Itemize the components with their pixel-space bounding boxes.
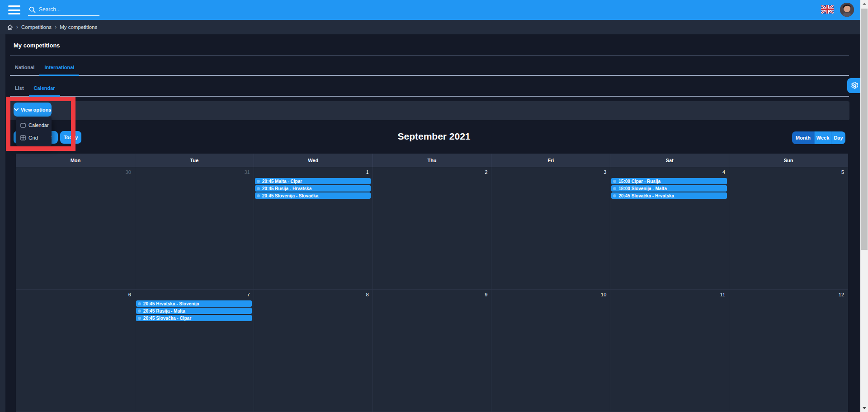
event-label: 20:45 Slovačka - Hrvatska [618,193,674,198]
menu-item-grid[interactable]: Grid [16,131,52,144]
day-cell[interactable]: 6 [16,290,135,412]
date-number: 11 [720,292,725,297]
scrollbar-thumb[interactable] [861,9,868,250]
day-header-fri: Fri [491,154,610,167]
date-number: 30 [126,169,131,175]
day-cell[interactable]: 5 [729,167,848,289]
date-number: 8 [366,292,368,297]
day-cell[interactable]: 31 [135,167,254,289]
app-window: › Competitions › My competitions My comp… [0,0,868,412]
home-icon[interactable] [7,24,13,30]
day-cell[interactable]: 120:45 Malta - Cipar20:45 Rusija - Hrvat… [254,167,373,289]
date-number: 3 [604,169,606,175]
search-input[interactable] [39,6,93,13]
event-chip[interactable]: 20:45 Hrvatska - Slovenija [136,300,252,307]
scrollbar-up-arrow[interactable] [860,0,868,8]
view-options-dropdown: Calendar Grid [16,117,52,146]
event-label: 18:00 Slovenija - Malta [618,186,667,191]
date-number: 10 [601,292,606,297]
event-dot [257,187,260,190]
date-number: 12 [839,292,844,297]
menu-item-label: Grid [28,135,38,140]
date-number: 1 [366,169,368,175]
chevron-down-icon [14,108,19,111]
tabs-view-mode: List Calendar [10,81,849,97]
day-cell[interactable]: 12 [729,290,848,412]
vertical-scrollbar[interactable] [860,0,868,412]
event-chip[interactable]: 15:00 Cipar - Rusija [611,178,727,184]
day-cell[interactable]: 2 [373,167,492,289]
date-number: 6 [128,292,131,297]
day-cell[interactable]: 11 [610,290,729,412]
user-avatar[interactable] [840,3,854,17]
day-cell[interactable]: 10 [491,290,610,412]
day-cell[interactable]: 8 [254,290,373,412]
event-chip[interactable]: 20:45 Rusija - Hrvatska [255,185,371,192]
tab-calendar[interactable]: Calendar [29,81,60,96]
event-chip[interactable]: 20:45 Malta - Cipar [255,178,371,184]
calendar-today-button[interactable]: Today [60,131,81,144]
tab-list[interactable]: List [10,81,29,96]
event-label: 20:45 Slovačka - Cipar [143,316,191,321]
toolbar-strip [8,101,849,120]
day-cell[interactable]: 9 [373,290,492,412]
event-label: 20:45 Hrvatska - Slovenija [143,301,199,306]
calendar-grid-body: 3031120:45 Malta - Cipar20:45 Rusija - H… [16,167,848,412]
event-dot [257,194,260,197]
grid-icon [20,135,26,140]
breadcrumb-item-competitions[interactable]: Competitions [21,24,52,30]
day-header-sat: Sat [610,154,729,167]
menu-icon[interactable] [8,5,20,14]
event-chip[interactable]: 20:45 Slovačka - Cipar [136,315,252,321]
event-chip[interactable]: 18:00 Slovenija - Malta [611,185,727,192]
calendar-week-row: 6720:45 Hrvatska - Slovenija20:45 Rusija… [16,290,848,412]
gear-icon [850,81,859,90]
left-rail [0,34,5,412]
breadcrumb: › Competitions › My competitions [0,20,868,34]
calendar-week-row: 3031120:45 Malta - Cipar20:45 Rusija - H… [16,167,848,290]
view-month-button[interactable]: Month [792,131,814,144]
calendar-view-switch: Month Week Day [792,131,845,144]
calendar-title: September 2021 [0,131,868,142]
calendar-header-row: MonTueWedThuFriSatSun [16,154,848,167]
event-dot [138,309,141,313]
event-dot [138,317,141,320]
page-title: My competitions [14,42,60,49]
event-label: 20:45 Slovenija - Slovačka [262,193,319,198]
event-dot [613,194,616,197]
top-bar [0,0,868,20]
tabs-competition-scope: National International [10,61,849,76]
tab-international[interactable]: International [39,61,79,75]
day-cell[interactable]: 3 [491,167,610,289]
menu-item-label: Calendar [28,122,49,128]
view-day-button[interactable]: Day [831,131,845,144]
event-chip[interactable]: 20:45 Slovačka - Hrvatska [611,192,727,199]
event-dot [613,180,616,183]
breadcrumb-item-my-competitions[interactable]: My competitions [60,24,97,30]
view-week-button[interactable]: Week [814,131,831,144]
uk-flag-icon[interactable] [821,5,834,14]
scrollbar-down-arrow[interactable] [860,404,868,412]
day-cell[interactable]: 30 [16,167,135,289]
date-number: 9 [485,292,487,297]
view-options-button[interactable]: View options [14,103,52,117]
event-chip[interactable]: 20:45 Slovenija - Slovačka [255,192,371,199]
event-dot [613,187,616,190]
event-chip[interactable]: 20:45 Rusija - Malta [136,308,252,314]
event-label: 15:00 Cipar - Rusija [618,179,660,184]
day-cell[interactable]: 415:00 Cipar - Rusija18:00 Slovenija - M… [610,167,729,289]
breadcrumb-separator: › [16,24,18,30]
search-box [28,4,99,16]
date-number: 2 [485,169,487,175]
calendar-icon [20,122,26,128]
day-header-wed: Wed [254,154,373,167]
tab-national[interactable]: National [10,61,39,75]
event-dot [257,180,260,183]
day-cell[interactable]: 720:45 Hrvatska - Slovenija20:45 Rusija … [135,290,254,412]
day-header-mon: Mon [16,154,135,167]
date-number: 7 [247,292,250,297]
menu-item-calendar[interactable]: Calendar [16,119,52,131]
breadcrumb-separator: › [55,24,57,30]
day-header-thu: Thu [373,154,492,167]
event-label: 20:45 Malta - Cipar [262,179,302,184]
